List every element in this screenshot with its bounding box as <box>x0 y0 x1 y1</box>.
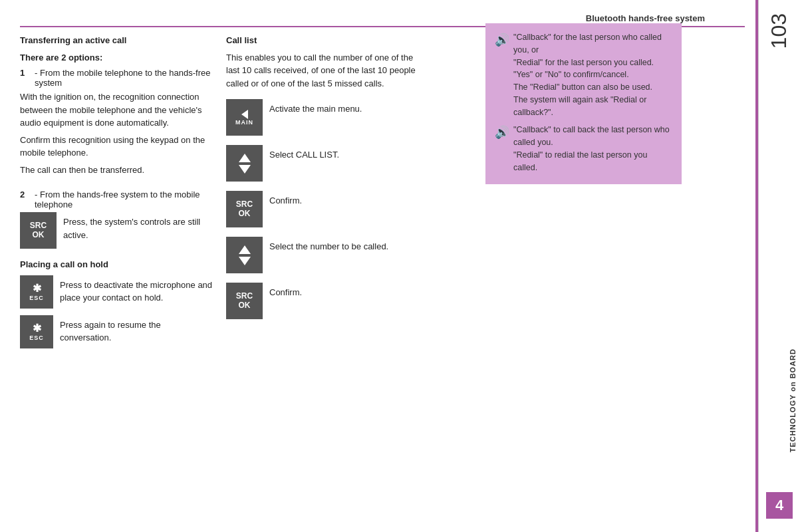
options-title: There are 2 options: <box>20 51 213 65</box>
arrow-up-icon-2 <box>239 245 251 254</box>
up-down-button-2 <box>226 237 263 273</box>
src-ok-button-1: SRCOK <box>20 212 57 249</box>
esc-star-icon-1: ✱ <box>33 282 41 295</box>
esc-button-2: ✱ ESC <box>20 315 53 348</box>
esc-star-icon-2: ✱ <box>33 322 41 334</box>
right-sidebar: 103 TECHNOLOGY on BOARD 4 <box>758 0 798 532</box>
up-down-button-1 <box>226 145 263 182</box>
chapter-number: 4 <box>766 492 793 519</box>
main-content: Bluetooth hands-free system Transferring… <box>0 0 758 532</box>
main-label: MAIN <box>235 119 253 126</box>
info-line2: "Redial" for the last person you called. <box>513 58 654 67</box>
info-line7: "Redial" to redial the last person you c… <box>513 150 647 172</box>
speaker-icon-2: 🔊 <box>495 124 509 142</box>
call-step3-row: SRCOK Confirm. <box>226 191 419 227</box>
side-label: TECHNOLOGY on BOARD <box>789 348 797 452</box>
info-line6: "Callback" to call back the last person … <box>513 125 670 147</box>
option2-item: 2 - From the hands-free system to the mo… <box>20 190 213 209</box>
arrow-up-icon-1 <box>239 154 251 162</box>
section1-title: Transferring an active call <box>20 34 213 47</box>
src-ok-label-2: SRCOK <box>236 200 253 217</box>
option1-num: 1 <box>20 68 32 88</box>
src-ok-button-2: SRCOK <box>226 191 263 227</box>
call-step4-text: Select the number to be called. <box>269 237 388 253</box>
info-line5: The system will again ask "Redial or cal… <box>513 95 646 117</box>
columns: Transferring an active call There are 2 … <box>20 34 758 519</box>
src-ok-button-3: SRCOK <box>226 283 263 319</box>
info-row-1: 🔊 "Callback" for the last person who cal… <box>495 31 672 118</box>
info-row-2: 🔊 "Callback" to call back the last perso… <box>495 124 672 174</box>
option1-label: - From the mobile telephone to the hands… <box>35 68 213 88</box>
call-step1-row: MAIN Activate the main menu. <box>226 99 419 136</box>
speaker-icon-1: 🔊 <box>495 31 509 49</box>
hold-btn2-text: Press again to resume the conversation. <box>60 315 213 344</box>
header-title: Bluetooth hands-free system <box>586 13 705 23</box>
call-step2-text: Select CALL LIST. <box>269 145 339 162</box>
left-column: Transferring an active call There are 2 … <box>20 34 226 519</box>
esc-button-1: ✱ ESC <box>20 275 53 309</box>
src-ok-label-1: SRCOK <box>30 221 47 239</box>
option1-text1: With the ignition on, the recognition co… <box>20 90 213 130</box>
call-step5-text: Confirm. <box>269 283 302 299</box>
main-button: MAIN <box>226 99 263 136</box>
option1-text3: The call can then be transferred. <box>20 164 213 177</box>
call-step5-row: SRCOK Confirm. <box>226 283 419 319</box>
call-list-intro: This enables you to call the number of o… <box>226 51 419 90</box>
option2-section: 2 - From the hands-free system to the mo… <box>20 190 213 249</box>
info-line4: The "Redial" button can also be used. <box>513 82 652 92</box>
page-number: 103 <box>767 13 791 49</box>
info-text-2: "Callback" to call back the last person … <box>513 124 672 174</box>
section-transferring: Transferring an active call There are 2 … <box>20 34 213 176</box>
right-column: Call list This enables you to call the n… <box>226 34 432 519</box>
call-step2-row: Select CALL LIST. <box>226 145 419 182</box>
page-container: Bluetooth hands-free system Transferring… <box>0 0 798 532</box>
section2-title: Placing a call on hold <box>20 258 213 271</box>
hold-btn2-row: ✱ ESC Press again to resume the conversa… <box>20 315 213 348</box>
option1-text2: Confirm this recognition using the keypa… <box>20 134 213 160</box>
hold-btn1-row: ✱ ESC Press to deactivate the microphone… <box>20 275 213 309</box>
info-box: 🔊 "Callback" for the last person who cal… <box>485 23 682 184</box>
esc-label-1: ESC <box>29 295 44 301</box>
option2-num: 2 <box>20 190 32 209</box>
esc-label-2: ESC <box>29 334 44 341</box>
call-step4-row: Select the number to be called. <box>226 237 419 273</box>
call-step1-text: Activate the main menu. <box>269 99 362 116</box>
option2-btn-row: SRCOK Press, the system's controls are s… <box>20 212 213 249</box>
option1-item: 1 - From the mobile telephone to the han… <box>20 68 213 88</box>
call-step3-text: Confirm. <box>269 191 302 207</box>
info-text-1: "Callback" for the last person who calle… <box>513 31 672 118</box>
info-line1: "Callback" for the last person who calle… <box>513 33 662 55</box>
hold-btn1-text: Press to deactivate the microphone and p… <box>60 275 213 305</box>
arrow-left-icon <box>241 110 248 119</box>
arrow-down-icon-2 <box>239 257 251 265</box>
option2-label: - From the hands-free system to the mobi… <box>35 190 213 209</box>
placing-hold-section: Placing a call on hold ✱ ESC Press to de… <box>20 258 213 348</box>
info-line3: "Yes" or "No" to confirm/cancel. <box>513 70 629 79</box>
call-list-title: Call list <box>226 34 419 47</box>
option2-btn-text: Press, the system's controls are still a… <box>63 212 213 241</box>
src-ok-label-3: SRCOK <box>236 292 253 309</box>
arrow-down-icon-1 <box>239 165 251 174</box>
